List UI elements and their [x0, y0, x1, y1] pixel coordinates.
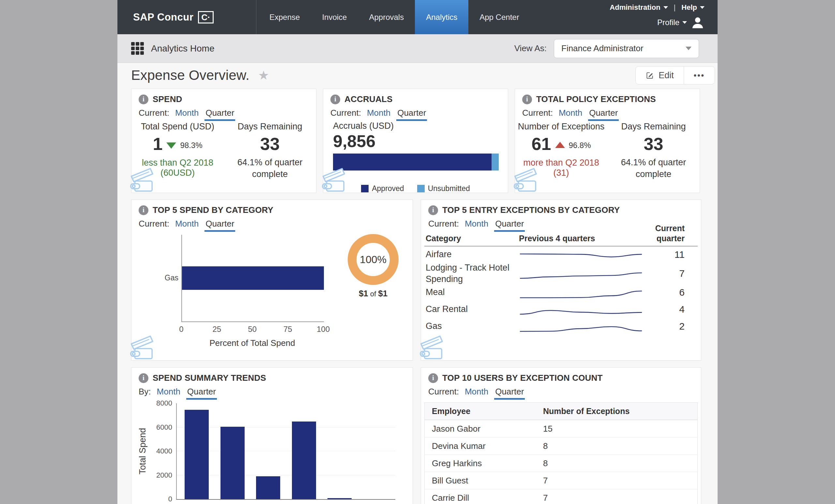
delta-down-icon	[166, 143, 176, 149]
help-label: Help	[681, 3, 697, 12]
table-row: Gas 2	[421, 318, 701, 335]
table-row: Lodging - Track Hotel Spending 7	[421, 263, 701, 284]
card-title: TOP 5 SPEND BY CATEGORY	[152, 205, 273, 215]
info-icon[interactable]: i	[139, 373, 148, 383]
card-title: TOP 5 ENTRY EXCEPTIONS BY CATEGORY	[442, 205, 620, 215]
view-as-dropdown[interactable]: Finance Administrator	[554, 39, 699, 58]
period-quarter-link[interactable]: Quarter	[494, 219, 525, 232]
row-current-value: 11	[655, 249, 685, 260]
table-row: Carrie Dill 7	[425, 489, 697, 504]
metric-label: Accruals (USD)	[333, 121, 394, 131]
wallet-icon	[128, 166, 158, 192]
card-title: SPEND SUMMARY TRENDS	[152, 373, 266, 383]
users-table: Employee Number of Exceptions Jason Gabo…	[424, 402, 698, 504]
administration-menu[interactable]: Administration	[610, 3, 668, 12]
row-category: Gas	[426, 320, 516, 332]
row-category: Lodging - Track Hotel Spending	[426, 262, 516, 285]
period-quarter-link[interactable]: Quarter	[204, 219, 235, 232]
edit-button[interactable]: Edit	[636, 66, 684, 84]
employee-name: Jason Gabor	[432, 424, 481, 434]
tab-expense[interactable]: Expense	[258, 0, 311, 34]
period-quarter-link[interactable]: Quarter	[494, 387, 525, 400]
table-row: Bill Guest 7	[425, 472, 697, 489]
period-label: Current:	[330, 108, 361, 118]
donut-caption-of: of	[370, 290, 376, 298]
column-header-current-quarter: Current quarter	[626, 223, 685, 244]
card-title: TOP 10 USERS BY EXCEPTION COUNT	[442, 373, 603, 383]
tab-approvals[interactable]: Approvals	[358, 0, 415, 34]
info-icon[interactable]: i	[139, 205, 148, 215]
trend-sparkline	[519, 246, 643, 263]
period-quarter-link[interactable]: Quarter	[204, 108, 235, 121]
info-icon[interactable]: i	[428, 373, 438, 383]
nav-tabs: Expense Invoice Approvals Analytics App …	[258, 0, 530, 34]
tab-app-center[interactable]: App Center	[468, 0, 530, 34]
table-header-row: Employee Number of Exceptions	[425, 403, 697, 420]
row-current-value: 7	[655, 268, 685, 279]
subheader: Analytics Home View As: Finance Administ…	[117, 34, 718, 63]
period-month-link[interactable]: Month	[157, 387, 180, 397]
metric-value: 61	[531, 135, 551, 152]
nav-divider	[256, 0, 257, 34]
metric-value: 33	[644, 135, 663, 152]
sap-concur-logo[interactable]: SAP Concur C·	[133, 0, 213, 34]
period-quarter-link[interactable]: Quarter	[186, 387, 217, 400]
edit-label: Edit	[658, 70, 674, 81]
user-avatar-icon[interactable]	[691, 16, 705, 29]
period-month-link[interactable]: Month	[175, 219, 199, 229]
card-spend: i SPEND Current: Month Quarter Total Spe…	[131, 89, 317, 193]
wallet-icon	[512, 166, 542, 192]
delta-percent: 96.8%	[569, 141, 591, 150]
row-category: Car Rental	[426, 303, 516, 315]
chevron-down-icon	[700, 6, 705, 9]
wallet-icon	[128, 333, 158, 359]
spend-trends-bar-chart: Total Spend 02000400060008000	[176, 403, 395, 500]
profile-menu[interactable]: Profile	[657, 18, 687, 27]
donut-caption-numerator: $1	[359, 289, 368, 298]
days-remaining-metric: Days Remaining 33 64.1% of quarter compl…	[607, 122, 700, 180]
card-top10-users: i TOP 10 USERS BY EXCEPTION COUNT Curren…	[421, 368, 701, 504]
edit-pencil-icon	[646, 71, 654, 80]
apps-grid-icon[interactable]	[131, 42, 144, 55]
app-window: SAP Concur C· Expense Invoice Approvals …	[117, 0, 718, 504]
help-menu[interactable]: Help	[681, 3, 705, 12]
period-quarter-link[interactable]: Quarter	[396, 108, 427, 121]
donut-value: 100%	[360, 254, 387, 266]
column-header-category: Category	[426, 234, 461, 243]
info-icon[interactable]: i	[330, 94, 340, 104]
info-icon[interactable]: i	[139, 94, 148, 104]
card-top5-entry-exceptions: i TOP 5 ENTRY EXCEPTIONS BY CATEGORY Cur…	[421, 200, 701, 361]
more-actions-button[interactable]: •••	[684, 66, 715, 84]
tab-invoice[interactable]: Invoice	[311, 0, 358, 34]
period-quarter-link[interactable]: Quarter	[588, 108, 619, 121]
metric-label: Days Remaining	[607, 122, 700, 132]
row-current-value: 4	[655, 304, 685, 315]
table-row: Airfare 11	[421, 246, 701, 263]
chevron-down-icon	[686, 47, 691, 50]
chevron-down-icon	[683, 21, 687, 24]
administration-label: Administration	[610, 3, 660, 12]
employee-name: Bill Guest	[432, 476, 468, 486]
quarter-progress-note: 64.1% of quarter complete	[229, 156, 311, 180]
legend-label: Approved	[372, 184, 404, 193]
exception-count: 7	[543, 476, 548, 486]
employee-name: Greg Harkins	[432, 458, 482, 468]
accruals-stacked-bar	[333, 153, 499, 170]
period-label: Current:	[139, 219, 169, 229]
period-month-link[interactable]: Month	[465, 219, 488, 229]
info-icon[interactable]: i	[522, 94, 532, 104]
favorite-star-icon[interactable]: ★	[258, 69, 269, 82]
row-category: Airfare	[426, 249, 516, 260]
period-month-link[interactable]: Month	[465, 387, 488, 397]
metric-label: Number of Exceptions	[515, 122, 607, 132]
period-month-link[interactable]: Month	[175, 108, 199, 118]
column-header-exceptions: Number of Exceptions	[543, 406, 630, 416]
period-month-link[interactable]: Month	[559, 108, 582, 118]
period-label: Current:	[428, 219, 459, 229]
card-policy-exceptions: i TOTAL POLICY EXCEPTIONS Current: Month…	[515, 89, 700, 193]
tab-analytics[interactable]: Analytics	[415, 0, 468, 34]
info-icon[interactable]: i	[428, 205, 438, 215]
x-axis-ticks: 0255075100	[181, 325, 323, 335]
x-axis-title: Percent of Total Spend	[173, 338, 331, 348]
period-month-link[interactable]: Month	[367, 108, 390, 118]
